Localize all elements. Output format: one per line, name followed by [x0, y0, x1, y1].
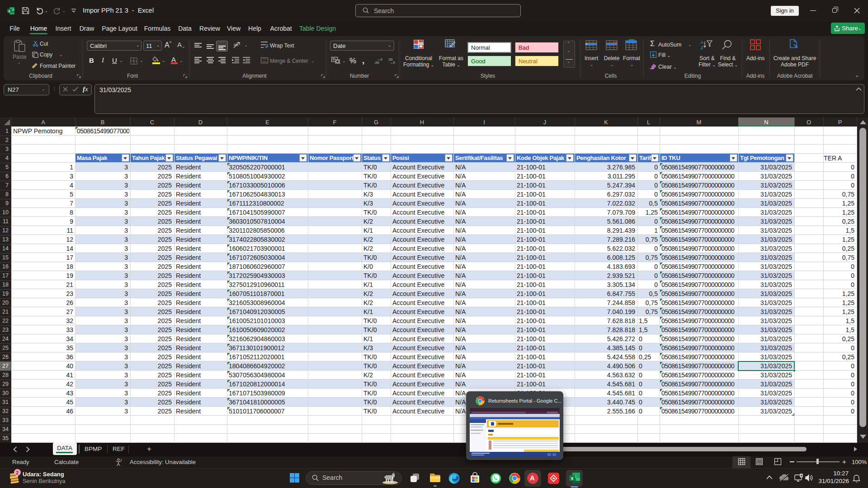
- svg-text:ab: ab: [234, 42, 238, 47]
- svg-text:→0: →0: [390, 61, 395, 65]
- svg-text:.00: .00: [374, 61, 379, 65]
- svg-text:x: x: [571, 476, 574, 481]
- svg-text:Z: Z: [701, 46, 703, 50]
- svg-text:A: A: [701, 40, 703, 45]
- svg-text:?: ?: [120, 459, 122, 462]
